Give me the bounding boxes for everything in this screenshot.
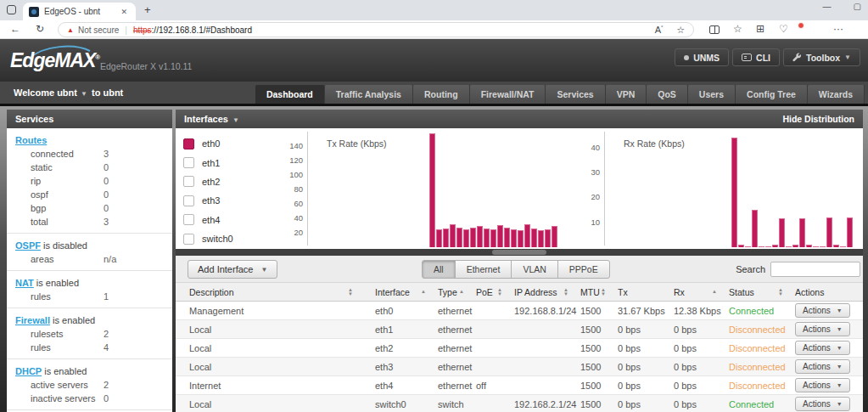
back-button[interactable]: ← [10, 23, 20, 35]
edgeos-favicon [29, 7, 39, 17]
nav-tab-wizards[interactable]: Wizards [808, 85, 865, 104]
service-link-firewall[interactable]: Firewall [15, 315, 50, 325]
collections-icon[interactable]: ⊞ [756, 23, 764, 35]
bar [450, 224, 456, 247]
mtu-cell: 1500 [580, 362, 618, 372]
checkbox-eth1[interactable] [183, 157, 194, 168]
y-tick-label: 10 [576, 217, 600, 227]
stat-name: active servers [31, 380, 104, 390]
filter-vlan[interactable]: VLAN [511, 260, 557, 279]
legend-item-eth3[interactable]: eth3 [183, 191, 233, 210]
legend-item-eth1[interactable]: eth1 [183, 153, 233, 172]
service-link-routes[interactable]: Routes [15, 135, 47, 145]
column-header-status[interactable]: Status▲▼ [729, 287, 795, 297]
tab-layout-icon[interactable] [7, 5, 16, 14]
read-aloud-icon[interactable]: Aᵓ [655, 25, 663, 36]
bar [456, 228, 462, 247]
browser-tab[interactable]: EdgeOS - ubnt ✕ [23, 3, 136, 20]
favorites-bar-icon[interactable]: ☆ [733, 23, 742, 35]
tx-rate-chart: Tx Rate (Kbps)14012010080604020 [176, 128, 863, 249]
add-interface-button[interactable]: Add Interface▼ [188, 260, 277, 279]
filter-pppoe[interactable]: PPPoE [557, 260, 610, 279]
tx-cell: 0 bps [618, 381, 674, 391]
status-cell: Disconnected [729, 343, 795, 353]
more-menu-icon[interactable]: ··· [833, 23, 843, 35]
rx-cell: 0 bps [674, 343, 729, 353]
actions-button-eth1[interactable]: Actions▼ [795, 322, 850, 336]
actions-button-eth2[interactable]: Actions▼ [795, 341, 850, 355]
address-separator: | [125, 25, 127, 35]
window-minimize-button[interactable]: — [823, 2, 832, 11]
bar [436, 229, 442, 247]
nav-tab-users[interactable]: Users [688, 85, 736, 104]
service-section-title: Firewall is enabled [15, 315, 172, 325]
nav-tab-dashboard[interactable]: Dashboard [255, 85, 325, 104]
service-link-dhcp[interactable]: DHCP [15, 366, 42, 376]
actions-button-eth4[interactable]: Actions▼ [795, 378, 850, 392]
search-input[interactable] [770, 262, 860, 277]
bar [806, 245, 812, 247]
column-header-ip-address[interactable]: IP Address▲▼ [514, 287, 580, 297]
favorite-star-icon[interactable]: ☆ [676, 25, 685, 36]
nav-tab-firewall-nat[interactable]: Firewall/NAT [470, 85, 546, 104]
hide-distribution-link[interactable]: Hide Distribution [782, 110, 854, 128]
column-header-mtu[interactable]: MTU▲▼ [580, 287, 618, 297]
mtu-cell: 1500 [580, 399, 618, 409]
panel-resize-divider[interactable] [176, 249, 863, 256]
nav-tab-config-tree[interactable]: Config Tree [736, 85, 808, 104]
description-cell: Management [176, 306, 375, 316]
column-header-type[interactable]: Type▲ [438, 287, 476, 297]
service-link-ospf[interactable]: OSPF [15, 240, 41, 251]
tx-cell: 0 bps [618, 399, 674, 409]
nav-tab-vpn[interactable]: VPN [606, 85, 647, 104]
checkbox-eth4[interactable] [183, 214, 194, 225]
legend-item-eth2[interactable]: eth2 [183, 172, 233, 191]
tab-close-icon[interactable]: ✕ [118, 6, 130, 18]
window-maximize-button[interactable]: ▢ [854, 2, 861, 11]
toolbox-button[interactable]: Toolbox ▼ [783, 48, 860, 66]
unms-button[interactable]: UNMS [675, 48, 729, 66]
type-cell: ethernet [438, 306, 476, 316]
column-header-poe[interactable]: PoE▲▼ [476, 287, 514, 297]
not-secure-label[interactable]: Not secure [78, 25, 119, 35]
checkbox-eth0[interactable] [183, 138, 194, 150]
stat-value: 3 [104, 217, 109, 227]
terminal-icon [742, 54, 752, 61]
column-header-rx[interactable]: Rx▲ [674, 287, 729, 297]
refresh-button[interactable]: ↻ [36, 23, 44, 35]
checkbox-switch0[interactable] [183, 234, 194, 245]
service-state-label: is enabled [50, 315, 95, 325]
column-header-description[interactable]: Description▲▼ [176, 287, 375, 297]
browser-essentials-icon[interactable]: ♡ [779, 23, 788, 35]
legend-item-eth4[interactable]: eth4 [183, 211, 233, 229]
address-bar[interactable]: ▲ Not secure | https ://192.168.8.1/#Das… [58, 22, 694, 37]
actions-button-eth0[interactable]: Actions▼ [795, 303, 850, 318]
filter-all[interactable]: All [422, 260, 456, 279]
legend-item-eth0[interactable]: eth0 [183, 134, 233, 153]
service-stat-row: ospf0 [31, 189, 172, 200]
nav-tab-services[interactable]: Services [546, 85, 605, 104]
service-link-nat[interactable]: NAT [15, 278, 34, 288]
nav-tab-routing[interactable]: Routing [413, 85, 470, 104]
nav-tab-traffic-analysis[interactable]: Traffic Analysis [325, 85, 413, 104]
cli-button[interactable]: CLI [732, 48, 780, 66]
nav-tab-qos[interactable]: QoS [647, 85, 688, 104]
table-row-eth3: Localeth3ethernet15000 bps0 bpsDisconnec… [176, 358, 863, 376]
interfaces-panel-header[interactable]: Interfaces▼ Hide Distribution [176, 110, 863, 128]
legend-item-switch0[interactable]: switch0 [183, 229, 233, 248]
stat-value: 2 [104, 329, 109, 339]
checkbox-eth2[interactable] [183, 176, 194, 187]
column-header-interface[interactable]: Interface▲ [375, 287, 438, 297]
welcome-user-dropdown[interactable]: Welcome ubnt▼ [14, 87, 87, 98]
resize-handle[interactable] [492, 250, 546, 255]
actions-button-switch0[interactable]: Actions▼ [795, 397, 850, 411]
actions-button-eth3[interactable]: Actions▼ [795, 359, 850, 374]
new-tab-button[interactable]: + [144, 3, 151, 16]
column-label: Description [189, 287, 234, 297]
checkbox-eth3[interactable] [183, 195, 194, 206]
filter-ethernet[interactable]: Ethernet [455, 260, 512, 279]
rx-cell: 0 bps [674, 381, 729, 391]
split-screen-icon[interactable] [709, 23, 720, 35]
rx-cell: 0 bps [674, 362, 729, 372]
browser-tab-title: EdgeOS - ubnt [44, 7, 118, 16]
